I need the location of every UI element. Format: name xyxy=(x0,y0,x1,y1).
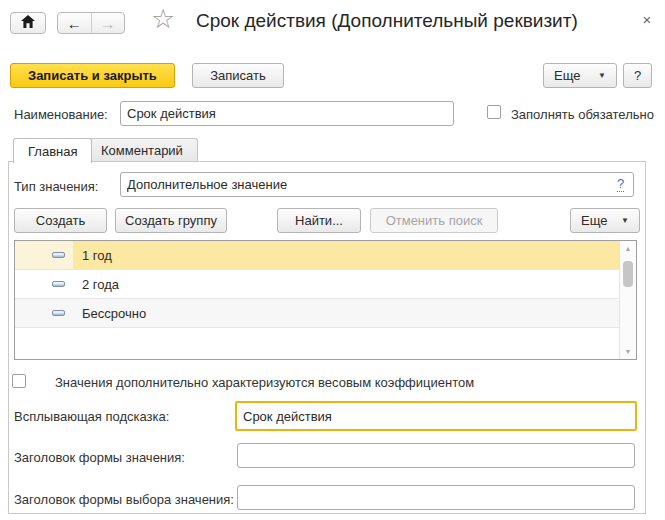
value-form-title-input[interactable] xyxy=(237,443,635,468)
page-title: Срок действия (Дополнительный реквизит) xyxy=(196,10,578,32)
chevron-down-icon: ▼ xyxy=(598,72,606,80)
tab-main[interactable]: Главная xyxy=(13,138,92,163)
tooltip-label: Всплывающая подсказка: xyxy=(14,409,169,424)
tooltip-input[interactable] xyxy=(235,401,637,431)
name-label: Наименование: xyxy=(14,107,108,122)
list-item-2-goda[interactable]: 2 года xyxy=(15,270,620,299)
list-item-label: Бессрочно xyxy=(82,306,146,321)
value-item-icon xyxy=(52,281,65,287)
more-button-top-label: Еще xyxy=(554,68,580,83)
tab-comment-label: Комментарий xyxy=(101,143,183,158)
required-label: Заполнять обязательно xyxy=(511,107,654,122)
tab-main-label: Главная xyxy=(28,144,77,159)
save-button[interactable]: Записать xyxy=(192,63,284,88)
more-button-list[interactable]: Еще ▼ xyxy=(570,208,640,233)
cancel-search-button: Отменить поиск xyxy=(370,208,498,233)
values-list-rows: 1 год 2 года Бессрочно xyxy=(15,241,620,328)
choice-form-title-input[interactable] xyxy=(237,485,635,510)
scroll-down-icon[interactable]: ▼ xyxy=(620,348,636,355)
tab-comment[interactable]: Комментарий xyxy=(86,138,198,161)
item-icon-cell xyxy=(15,241,73,269)
name-input[interactable] xyxy=(120,101,454,126)
favorite-star-icon[interactable]: ☆ xyxy=(151,6,175,33)
create-group-button[interactable]: Создать группу xyxy=(115,208,227,233)
item-icon-cell xyxy=(15,299,73,327)
scrollbar-thumb[interactable] xyxy=(623,261,633,287)
list-item-1-god[interactable]: 1 год xyxy=(15,241,620,270)
value-type-help-link[interactable]: ? xyxy=(617,176,624,192)
home-icon xyxy=(21,15,35,31)
choice-form-title-label: Заголовок формы выбора значения: xyxy=(14,492,234,507)
attribute-form-window: ← → ☆ Срок действия (Дополнительный рекв… xyxy=(0,0,665,520)
required-checkbox[interactable] xyxy=(487,105,501,119)
value-form-title-label: Заголовок формы значения: xyxy=(14,450,185,465)
chevron-down-icon: ▼ xyxy=(621,217,629,225)
home-button[interactable] xyxy=(10,12,46,34)
history-nav-group: ← → xyxy=(57,12,125,34)
forward-icon: → xyxy=(100,15,115,32)
value-type-label: Тип значения: xyxy=(14,179,98,194)
more-button-list-label: Еще xyxy=(581,213,607,228)
more-button-top[interactable]: Еще ▼ xyxy=(543,63,617,88)
value-item-icon xyxy=(52,310,65,316)
weight-coefficient-label: Значения дополнительно характеризуются в… xyxy=(55,375,474,390)
weight-coefficient-checkbox[interactable] xyxy=(12,374,26,388)
back-button[interactable]: ← xyxy=(58,13,92,33)
scroll-up-icon[interactable]: ▲ xyxy=(620,245,636,252)
close-icon[interactable]: × xyxy=(638,10,656,28)
forward-button[interactable]: → xyxy=(92,13,125,33)
save-and-close-button[interactable]: Записать и закрыть xyxy=(10,63,175,88)
value-item-icon xyxy=(52,252,65,258)
list-item-bessrochno[interactable]: Бессрочно xyxy=(15,299,620,328)
back-icon: ← xyxy=(67,15,82,32)
find-button[interactable]: Найти... xyxy=(277,208,361,233)
values-list: 1 год 2 года Бессрочно ▲ ▼ xyxy=(14,240,637,360)
list-item-label: 1 год xyxy=(82,248,112,263)
list-item-label: 2 года xyxy=(82,277,119,292)
vertical-scrollbar[interactable]: ▲ ▼ xyxy=(619,241,636,359)
item-icon-cell xyxy=(15,270,73,298)
value-type-input[interactable] xyxy=(120,172,634,197)
create-button[interactable]: Создать xyxy=(14,208,107,233)
help-button[interactable]: ? xyxy=(623,63,652,88)
